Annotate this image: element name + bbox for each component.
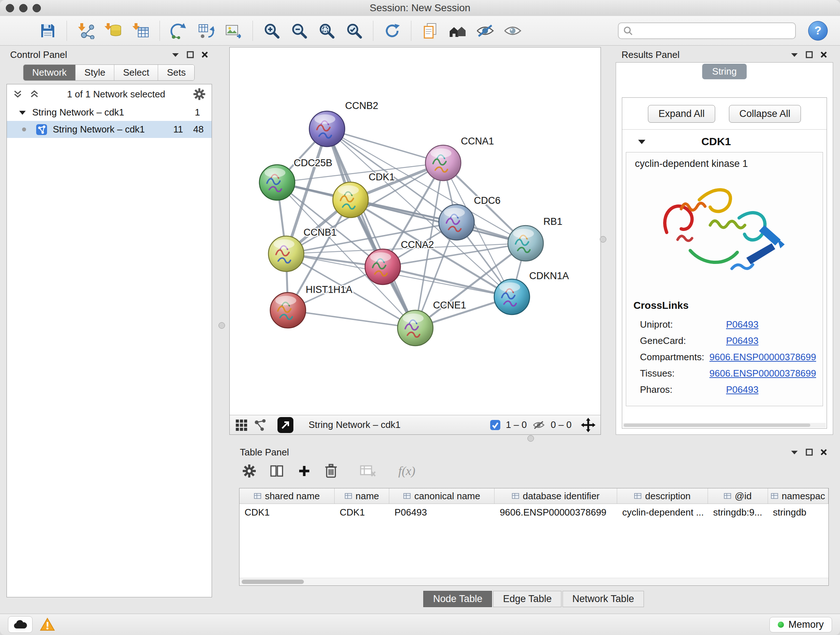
tab-sets[interactable]: Sets — [158, 65, 194, 80]
network-node-CDC6[interactable] — [439, 204, 474, 240]
add-column-icon[interactable] — [297, 464, 311, 478]
network-row-selected[interactable]: String Network – cdk1 11 48 — [7, 121, 212, 138]
grid-view-icon[interactable] — [235, 418, 248, 432]
network-node-CCNA1[interactable] — [425, 145, 461, 181]
toolbar-search-input[interactable] — [637, 25, 791, 36]
table-gear-icon[interactable] — [242, 464, 256, 478]
crosslink-link[interactable]: P06493 — [726, 319, 759, 330]
tab-string[interactable]: String — [702, 64, 747, 79]
table-horizontal-scrollbar[interactable] — [240, 578, 829, 585]
network-canvas[interactable]: CCNB2CCNA1CDC25BCDK1CDC6RB1CCNB1CCNA2CDK… — [230, 48, 600, 415]
network-edge[interactable] — [288, 310, 415, 328]
crosslink-link[interactable]: 9606.ENSP00000378699 — [709, 368, 816, 379]
table-cell[interactable]: cyclin-dependent ... — [617, 504, 708, 521]
network-node-RB1[interactable] — [508, 226, 543, 261]
network-node-CCNB2[interactable] — [309, 111, 345, 147]
genemania-homes-button[interactable] — [446, 19, 469, 43]
import-network-database-button[interactable] — [102, 19, 125, 43]
network-overview-icon[interactable] — [254, 418, 267, 432]
crosslink-link[interactable]: P06493 — [726, 384, 759, 395]
show-graphics-button[interactable] — [501, 19, 524, 43]
column-header-database-identifier[interactable]: database identifier — [494, 488, 617, 504]
tab-network-table[interactable]: Network Table — [562, 591, 644, 607]
panel-float-icon[interactable] — [187, 51, 194, 58]
copy-annotations-button[interactable] — [418, 19, 442, 43]
network-node-CDKN1A[interactable] — [494, 279, 530, 315]
network-from-table-button[interactable] — [195, 19, 218, 43]
expand-all-icon[interactable] — [13, 89, 23, 99]
pan-crosshair-icon[interactable] — [581, 418, 595, 432]
panel-close-icon[interactable] — [820, 51, 827, 58]
tab-node-table[interactable]: Node Table — [423, 591, 492, 607]
refresh-layout-button[interactable] — [381, 19, 404, 43]
panel-menu-icon[interactable] — [790, 450, 798, 455]
table-cell[interactable]: 9606.ENSP00000378699 — [494, 504, 617, 521]
splitter-handle[interactable] — [600, 236, 606, 242]
column-header-shared-name[interactable]: shared name — [240, 488, 335, 504]
crosslink-link[interactable]: 9606.ENSP00000378699 — [709, 352, 816, 363]
panel-close-icon[interactable] — [820, 448, 827, 456]
column-header-description[interactable]: description — [617, 488, 708, 504]
export-image-button[interactable] — [222, 19, 245, 43]
network-edge[interactable] — [327, 129, 415, 328]
hidden-elements-icon[interactable] — [532, 420, 546, 431]
import-table-button[interactable] — [129, 19, 152, 43]
column-header--id[interactable]: @id — [708, 488, 767, 504]
tab-select[interactable]: Select — [114, 65, 158, 80]
network-node-CCNA2[interactable] — [365, 249, 401, 285]
panel-menu-icon[interactable] — [790, 52, 798, 57]
tab-edge-table[interactable]: Edge Table — [493, 591, 561, 607]
table-cell[interactable]: P06493 — [389, 504, 494, 521]
zoom-selected-button[interactable] — [343, 19, 366, 43]
toolbar-search[interactable] — [618, 22, 796, 39]
table-cell[interactable]: CDK1 — [240, 504, 335, 521]
panel-close-icon[interactable] — [201, 51, 208, 58]
collapse-all-button[interactable]: Collapse All — [729, 105, 801, 123]
expand-all-button[interactable]: Expand All — [648, 105, 715, 123]
panel-float-icon[interactable] — [806, 51, 813, 58]
selected-nodes-checkbox-icon[interactable] — [490, 420, 501, 431]
gear-icon[interactable] — [193, 88, 206, 101]
open-session-button[interactable] — [9, 19, 32, 43]
gene-section-caret-icon[interactable] — [638, 139, 645, 144]
table-row[interactable]: CDK1CDK1P064939606.ENSP00000378699cyclin… — [240, 504, 829, 521]
tab-style[interactable]: Style — [75, 65, 114, 80]
results-horizontal-scrollbar[interactable] — [623, 423, 826, 428]
network-node-HIST1H1A[interactable] — [270, 293, 306, 328]
detach-view-button[interactable] — [278, 417, 294, 433]
table-cell[interactable]: stringdb:9... — [708, 504, 767, 521]
column-header-canonical-name[interactable]: canonical name — [389, 488, 494, 504]
panel-float-icon[interactable] — [806, 448, 813, 456]
warning-icon[interactable] — [40, 618, 55, 631]
network-node-CDK1[interactable] — [333, 182, 368, 218]
zoom-fit-button[interactable] — [315, 19, 338, 43]
new-network-button[interactable] — [167, 19, 190, 43]
zoom-out-button[interactable] — [287, 19, 311, 43]
show-columns-icon[interactable] — [270, 464, 284, 478]
network-label: String Network – cdk1 — [53, 124, 145, 135]
splitter-handle[interactable] — [527, 435, 534, 442]
tree-caret-icon[interactable] — [19, 110, 26, 115]
network-node-CDC25B[interactable] — [259, 165, 295, 200]
column-header-name[interactable]: name — [335, 488, 389, 504]
crosslink-link[interactable]: P06493 — [726, 335, 759, 347]
tab-network[interactable]: Network — [24, 65, 75, 80]
help-button[interactable]: ? — [808, 21, 828, 41]
column-header-namespac[interactable]: namespac — [768, 488, 829, 504]
cloud-status-button[interactable] — [8, 616, 33, 633]
window-titlebar[interactable]: Session: New Session — [0, 0, 840, 16]
zoom-in-button[interactable] — [260, 19, 283, 43]
table-cell[interactable]: CDK1 — [335, 504, 389, 521]
hide-edges-button[interactable] — [474, 19, 497, 43]
save-session-button[interactable] — [36, 19, 59, 43]
splitter-handle[interactable] — [218, 322, 225, 329]
collapse-all-icon[interactable] — [29, 89, 39, 99]
memory-button[interactable]: Memory — [769, 617, 832, 632]
network-node-CCNE1[interactable] — [398, 310, 433, 346]
table-cell[interactable]: stringdb — [768, 504, 829, 521]
network-node-CCNB1[interactable] — [268, 236, 304, 272]
panel-menu-icon[interactable] — [172, 52, 180, 57]
import-network-file-button[interactable] — [74, 19, 97, 43]
delete-column-icon[interactable] — [325, 463, 338, 478]
network-collection-row[interactable]: String Network – cdk1 1 — [7, 104, 212, 121]
